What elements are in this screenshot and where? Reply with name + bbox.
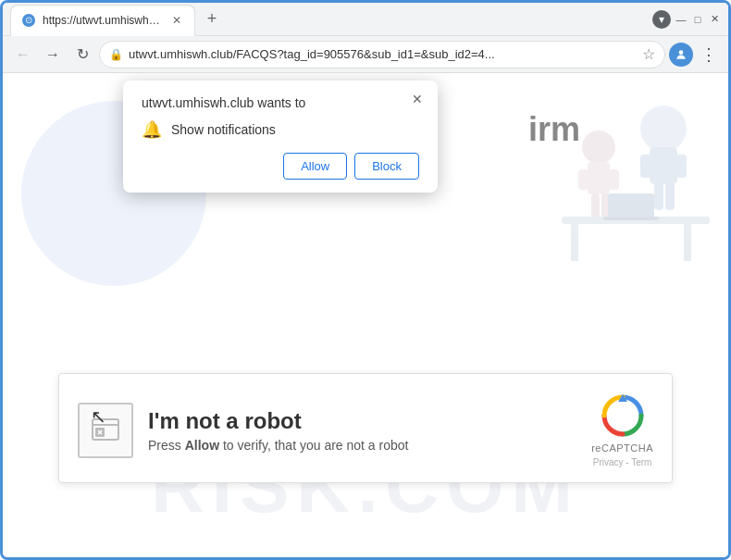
recaptcha-body-suffix: to verify, that you are not a robot xyxy=(219,438,408,453)
recaptcha-body-text: Press xyxy=(148,438,185,453)
bookmark-icon[interactable]: ☆ xyxy=(642,45,655,63)
popup-notification-row: 🔔 Show notifications xyxy=(142,119,419,140)
svg-rect-16 xyxy=(608,193,654,219)
svg-rect-8 xyxy=(588,162,610,194)
svg-rect-6 xyxy=(665,182,675,210)
recaptcha-text-area: I'm not a robot Press Allow to verify, t… xyxy=(148,408,408,453)
popup-notification-label: Show notifications xyxy=(171,122,276,137)
svg-rect-4 xyxy=(675,155,687,178)
chrome-menu-button[interactable]: ⋮ xyxy=(697,41,721,68)
svg-rect-9 xyxy=(578,169,589,190)
tab-title: https://utwvt.umhiswh.club/FACC xyxy=(43,14,163,27)
recaptcha-right-section: reCAPTCHA Privacy - Term xyxy=(591,392,653,467)
title-bar: ⊙ https://utwvt.umhiswh.club/FACC ✕ + ▾ … xyxy=(3,3,728,36)
maximize-button[interactable]: □ xyxy=(691,13,704,26)
recaptcha-left-section: I'm not a robot Press Allow to verify, t… xyxy=(78,403,408,458)
browser-window: ⊙ https://utwvt.umhiswh.club/FACC ✕ + ▾ … xyxy=(0,0,731,560)
svg-rect-15 xyxy=(684,224,691,261)
address-bar[interactable]: 🔒 utwvt.umhiswh.club/FACQS?tag_id=905576… xyxy=(99,41,665,68)
block-button[interactable]: Block xyxy=(354,153,419,180)
forward-button[interactable]: → xyxy=(40,42,66,68)
recaptcha-logo-icon xyxy=(600,392,646,439)
svg-rect-14 xyxy=(571,224,578,261)
reload-button[interactable]: ↻ xyxy=(69,42,95,68)
lock-icon: 🔒 xyxy=(109,48,123,61)
close-button[interactable]: ✕ xyxy=(708,13,721,26)
bell-icon: 🔔 xyxy=(142,119,162,140)
minimize-button[interactable]: — xyxy=(675,13,688,26)
tab-favicon: ⊙ xyxy=(22,14,35,27)
svg-point-1 xyxy=(640,106,687,152)
popup-title: utwvt.umhiswh.club wants to xyxy=(142,95,419,110)
notification-popup: ✕ utwvt.umhiswh.club wants to 🔔 Show not… xyxy=(123,81,438,193)
recaptcha-brand-label: reCAPTCHA xyxy=(591,442,653,454)
recaptcha-heading: I'm not a robot xyxy=(148,408,408,434)
svg-rect-17 xyxy=(603,217,659,220)
url-text: utwvt.umhiswh.club/FACQS?tag_id=905576&s… xyxy=(129,47,637,61)
recaptcha-allow-text: Allow xyxy=(185,438,219,453)
address-right-icons: ☆ xyxy=(642,45,655,63)
robot-illustration xyxy=(543,73,728,351)
svg-rect-10 xyxy=(609,169,619,190)
svg-point-7 xyxy=(582,131,615,164)
page-content: irm xyxy=(3,73,728,557)
tab-strip: ⊙ https://utwvt.umhiswh.club/FACC ✕ + xyxy=(10,4,649,35)
back-button[interactable]: ← xyxy=(10,42,36,68)
recaptcha-body: Press Allow to verify, that you are not … xyxy=(148,438,408,453)
nav-bar: ← → ↻ 🔒 utwvt.umhiswh.club/FACQS?tag_id=… xyxy=(3,36,728,73)
new-tab-button[interactable]: + xyxy=(199,6,225,32)
svg-rect-3 xyxy=(640,155,651,178)
profile-button[interactable] xyxy=(669,43,693,67)
popup-close-button[interactable]: ✕ xyxy=(408,90,427,108)
download-indicator[interactable]: ▾ xyxy=(652,10,671,29)
popup-buttons: Allow Block xyxy=(142,153,419,180)
mouse-cursor: ↖ xyxy=(91,405,106,428)
active-tab[interactable]: ⊙ https://utwvt.umhiswh.club/FACC ✕ xyxy=(10,5,195,36)
svg-point-0 xyxy=(679,50,684,55)
tab-close-button[interactable]: ✕ xyxy=(170,12,183,29)
svg-rect-2 xyxy=(650,147,677,184)
svg-rect-11 xyxy=(591,193,600,219)
recaptcha-links: Privacy - Term xyxy=(593,457,652,467)
recaptcha-card: I'm not a robot Press Allow to verify, t… xyxy=(58,373,673,483)
svg-rect-5 xyxy=(654,182,663,210)
window-controls: — □ ✕ xyxy=(675,13,721,26)
allow-button[interactable]: Allow xyxy=(283,153,347,180)
